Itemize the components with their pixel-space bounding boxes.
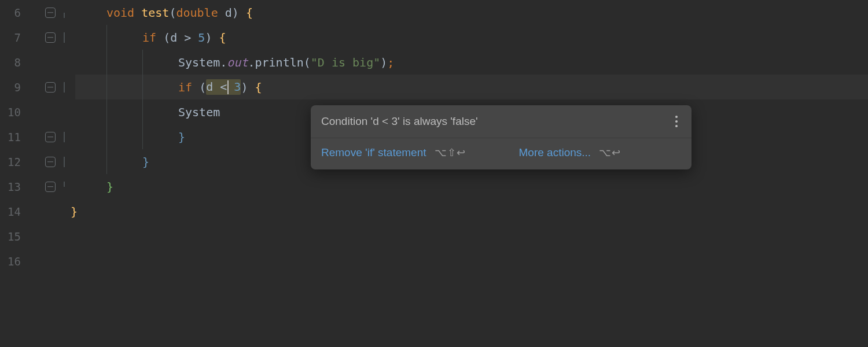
fold-icon[interactable] xyxy=(45,182,56,192)
code-line[interactable]: void test(double d) { xyxy=(75,0,868,25)
code-line[interactable] xyxy=(75,249,868,274)
line-number: 6 xyxy=(0,6,27,19)
fold-icon[interactable] xyxy=(45,8,56,18)
more-actions-link[interactable]: More actions... xyxy=(519,146,591,159)
code-line[interactable] xyxy=(75,224,868,249)
line-number: 7 xyxy=(0,31,27,44)
line-number: 15 xyxy=(0,230,27,243)
keyword: if xyxy=(178,80,192,94)
keyword: double xyxy=(176,6,218,20)
line-number: 13 xyxy=(0,180,27,193)
more-vert-icon[interactable] xyxy=(670,115,683,128)
code-line[interactable]: System.out.println("D is big"); xyxy=(75,50,868,75)
inspection-warning[interactable]: d < 3 xyxy=(206,79,241,95)
method-name: test xyxy=(141,6,169,20)
fold-icon[interactable] xyxy=(45,132,56,142)
keyword: if xyxy=(142,31,156,45)
line-number: 14 xyxy=(0,205,27,218)
remove-if-action[interactable]: Remove 'if' statement xyxy=(321,146,426,159)
gutter: 6 7 8 9 xyxy=(0,0,75,347)
code-line[interactable]: } xyxy=(71,199,868,224)
code-line-current[interactable]: if (d < 3) { xyxy=(75,75,868,99)
line-number: 11 xyxy=(0,131,27,143)
code-line[interactable]: if (d > 5) { xyxy=(75,25,868,50)
line-number: 16 xyxy=(0,255,27,268)
fold-icon[interactable] xyxy=(45,82,56,93)
code-area[interactable]: void test(double d) { if (d > 5) { Syste… xyxy=(75,0,868,347)
shortcut-hint: ⌥↩ xyxy=(599,146,621,159)
line-number: 9 xyxy=(0,81,27,94)
inspection-message: Condition 'd < 3' is always 'false' xyxy=(321,115,670,128)
fold-icon[interactable] xyxy=(45,32,56,43)
shortcut-hint: ⌥⇧↩ xyxy=(435,146,466,159)
code-editor[interactable]: 6 7 8 9 xyxy=(0,0,868,347)
fold-icon[interactable] xyxy=(45,157,56,167)
line-number: 10 xyxy=(0,106,27,119)
keyword: void xyxy=(106,6,134,20)
code-line[interactable]: } xyxy=(75,174,868,199)
static-field: out xyxy=(227,56,248,69)
line-number: 8 xyxy=(0,56,27,69)
line-number: 12 xyxy=(0,156,27,168)
string-literal: "D is big" xyxy=(311,56,380,69)
inspection-popup: Condition 'd < 3' is always 'false' Remo… xyxy=(311,105,692,169)
